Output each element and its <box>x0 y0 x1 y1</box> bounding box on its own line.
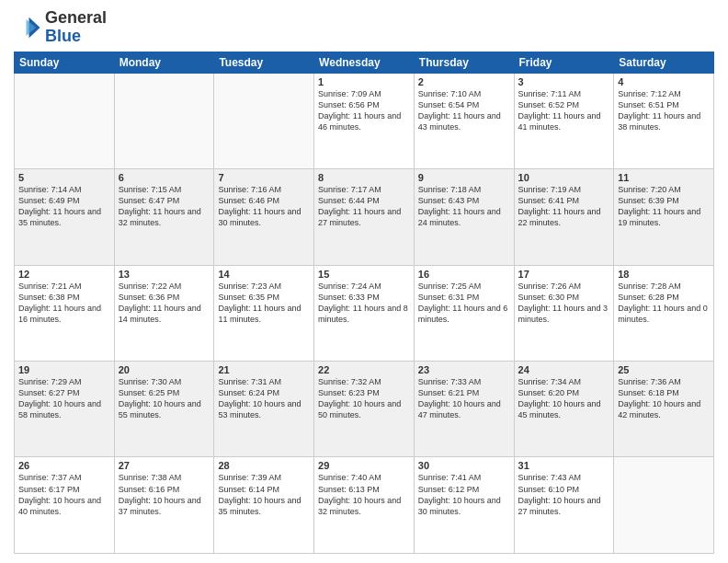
day-header-tuesday: Tuesday <box>214 52 314 73</box>
cell-info: Sunrise: 7:12 AM Sunset: 6:51 PM Dayligh… <box>618 88 710 133</box>
day-number: 23 <box>418 364 510 375</box>
day-number: 3 <box>518 76 610 87</box>
day-number: 18 <box>618 269 710 280</box>
page: General Blue SundayMondayTuesdayWednesda… <box>0 0 728 563</box>
calendar-cell: 3Sunrise: 7:11 AM Sunset: 6:52 PM Daylig… <box>514 73 614 168</box>
calendar-cell: 15Sunrise: 7:24 AM Sunset: 6:33 PM Dayli… <box>314 265 415 361</box>
day-number: 10 <box>518 172 610 183</box>
cell-info: Sunrise: 7:25 AM Sunset: 6:31 PM Dayligh… <box>418 281 510 326</box>
day-number: 16 <box>418 269 510 280</box>
day-number: 4 <box>618 76 710 87</box>
calendar-cell: 30Sunrise: 7:41 AM Sunset: 6:12 PM Dayli… <box>414 457 514 554</box>
cell-info: Sunrise: 7:18 AM Sunset: 6:43 PM Dayligh… <box>418 184 510 229</box>
day-header-monday: Monday <box>114 52 214 73</box>
calendar-week-2: 5Sunrise: 7:14 AM Sunset: 6:49 PM Daylig… <box>15 169 714 265</box>
cell-info: Sunrise: 7:16 AM Sunset: 6:46 PM Dayligh… <box>218 184 310 229</box>
calendar-cell: 5Sunrise: 7:14 AM Sunset: 6:49 PM Daylig… <box>15 169 115 265</box>
cell-info: Sunrise: 7:23 AM Sunset: 6:35 PM Dayligh… <box>218 281 310 326</box>
cell-info: Sunrise: 7:39 AM Sunset: 6:14 PM Dayligh… <box>218 472 310 517</box>
calendar-week-4: 19Sunrise: 7:29 AM Sunset: 6:27 PM Dayli… <box>15 362 714 457</box>
day-number: 17 <box>518 269 610 280</box>
cell-info: Sunrise: 7:21 AM Sunset: 6:38 PM Dayligh… <box>18 281 110 326</box>
calendar-cell: 28Sunrise: 7:39 AM Sunset: 6:14 PM Dayli… <box>214 457 314 554</box>
day-number: 15 <box>318 269 410 280</box>
cell-info: Sunrise: 7:36 AM Sunset: 6:18 PM Dayligh… <box>618 376 710 421</box>
cell-info: Sunrise: 7:17 AM Sunset: 6:44 PM Dayligh… <box>318 184 410 229</box>
calendar-cell: 26Sunrise: 7:37 AM Sunset: 6:17 PM Dayli… <box>15 457 115 554</box>
day-header-saturday: Saturday <box>614 52 714 73</box>
cell-info: Sunrise: 7:41 AM Sunset: 6:12 PM Dayligh… <box>418 472 510 517</box>
cell-info: Sunrise: 7:34 AM Sunset: 6:20 PM Dayligh… <box>518 376 610 421</box>
calendar-cell: 1Sunrise: 7:09 AM Sunset: 6:56 PM Daylig… <box>314 73 415 168</box>
calendar-cell: 9Sunrise: 7:18 AM Sunset: 6:43 PM Daylig… <box>414 169 514 265</box>
day-number: 20 <box>119 364 210 375</box>
calendar-cell: 18Sunrise: 7:28 AM Sunset: 6:28 PM Dayli… <box>614 265 714 361</box>
day-header-thursday: Thursday <box>414 52 514 73</box>
calendar-cell: 11Sunrise: 7:20 AM Sunset: 6:39 PM Dayli… <box>614 169 714 265</box>
day-number: 28 <box>218 460 310 471</box>
day-number: 9 <box>418 172 510 183</box>
cell-info: Sunrise: 7:09 AM Sunset: 6:56 PM Dayligh… <box>318 88 410 133</box>
cell-info: Sunrise: 7:28 AM Sunset: 6:28 PM Dayligh… <box>618 281 710 326</box>
calendar-week-1: 1Sunrise: 7:09 AM Sunset: 6:56 PM Daylig… <box>15 73 714 168</box>
calendar-cell: 23Sunrise: 7:33 AM Sunset: 6:21 PM Dayli… <box>414 362 514 457</box>
cell-info: Sunrise: 7:26 AM Sunset: 6:30 PM Dayligh… <box>518 281 610 326</box>
calendar-week-3: 12Sunrise: 7:21 AM Sunset: 6:38 PM Dayli… <box>15 265 714 361</box>
day-number: 2 <box>418 76 510 87</box>
calendar-cell <box>214 73 314 168</box>
calendar-cell: 29Sunrise: 7:40 AM Sunset: 6:13 PM Dayli… <box>314 457 415 554</box>
calendar-table: SundayMondayTuesdayWednesdayThursdayFrid… <box>14 52 714 554</box>
cell-info: Sunrise: 7:20 AM Sunset: 6:39 PM Dayligh… <box>618 184 710 229</box>
calendar-cell: 13Sunrise: 7:22 AM Sunset: 6:36 PM Dayli… <box>114 265 214 361</box>
day-number: 25 <box>618 364 710 375</box>
cell-info: Sunrise: 7:33 AM Sunset: 6:21 PM Dayligh… <box>418 376 510 421</box>
calendar-cell <box>114 73 214 168</box>
calendar-cell: 25Sunrise: 7:36 AM Sunset: 6:18 PM Dayli… <box>614 362 714 457</box>
calendar-cell: 4Sunrise: 7:12 AM Sunset: 6:51 PM Daylig… <box>614 73 714 168</box>
day-number: 7 <box>218 172 310 183</box>
calendar-cell: 10Sunrise: 7:19 AM Sunset: 6:41 PM Dayli… <box>514 169 614 265</box>
logo-icon <box>14 14 41 41</box>
day-header-friday: Friday <box>514 52 614 73</box>
calendar-cell: 12Sunrise: 7:21 AM Sunset: 6:38 PM Dayli… <box>15 265 115 361</box>
day-number: 24 <box>518 364 610 375</box>
day-number: 14 <box>218 269 310 280</box>
calendar-cell: 19Sunrise: 7:29 AM Sunset: 6:27 PM Dayli… <box>15 362 115 457</box>
calendar-cell: 8Sunrise: 7:17 AM Sunset: 6:44 PM Daylig… <box>314 169 415 265</box>
calendar-cell: 24Sunrise: 7:34 AM Sunset: 6:20 PM Dayli… <box>514 362 614 457</box>
day-number: 5 <box>18 172 110 183</box>
cell-info: Sunrise: 7:43 AM Sunset: 6:10 PM Dayligh… <box>518 472 610 517</box>
day-number: 31 <box>518 460 610 471</box>
logo: General Blue <box>14 9 107 46</box>
cell-info: Sunrise: 7:10 AM Sunset: 6:54 PM Dayligh… <box>418 88 510 133</box>
cell-info: Sunrise: 7:14 AM Sunset: 6:49 PM Dayligh… <box>18 184 110 229</box>
calendar-cell <box>614 457 714 554</box>
cell-info: Sunrise: 7:22 AM Sunset: 6:36 PM Dayligh… <box>119 281 210 326</box>
calendar-week-5: 26Sunrise: 7:37 AM Sunset: 6:17 PM Dayli… <box>15 457 714 554</box>
header: General Blue <box>14 9 714 46</box>
calendar-cell: 16Sunrise: 7:25 AM Sunset: 6:31 PM Dayli… <box>414 265 514 361</box>
day-number: 22 <box>318 364 410 375</box>
day-number: 21 <box>218 364 310 375</box>
cell-info: Sunrise: 7:19 AM Sunset: 6:41 PM Dayligh… <box>518 184 610 229</box>
day-header-sunday: Sunday <box>15 52 115 73</box>
day-number: 29 <box>318 460 410 471</box>
calendar-cell: 20Sunrise: 7:30 AM Sunset: 6:25 PM Dayli… <box>114 362 214 457</box>
cell-info: Sunrise: 7:11 AM Sunset: 6:52 PM Dayligh… <box>518 88 610 133</box>
cell-info: Sunrise: 7:37 AM Sunset: 6:17 PM Dayligh… <box>18 472 110 517</box>
cell-info: Sunrise: 7:24 AM Sunset: 6:33 PM Dayligh… <box>318 281 410 326</box>
day-header-wednesday: Wednesday <box>314 52 415 73</box>
cell-info: Sunrise: 7:30 AM Sunset: 6:25 PM Dayligh… <box>119 376 210 421</box>
cell-info: Sunrise: 7:15 AM Sunset: 6:47 PM Dayligh… <box>119 184 210 229</box>
day-number: 30 <box>418 460 510 471</box>
day-number: 27 <box>119 460 210 471</box>
calendar-header-row: SundayMondayTuesdayWednesdayThursdayFrid… <box>15 52 714 73</box>
calendar-cell: 6Sunrise: 7:15 AM Sunset: 6:47 PM Daylig… <box>114 169 214 265</box>
cell-info: Sunrise: 7:32 AM Sunset: 6:23 PM Dayligh… <box>318 376 410 421</box>
day-number: 11 <box>618 172 710 183</box>
calendar-cell: 14Sunrise: 7:23 AM Sunset: 6:35 PM Dayli… <box>214 265 314 361</box>
calendar-cell: 21Sunrise: 7:31 AM Sunset: 6:24 PM Dayli… <box>214 362 314 457</box>
cell-info: Sunrise: 7:40 AM Sunset: 6:13 PM Dayligh… <box>318 472 410 517</box>
calendar-cell: 2Sunrise: 7:10 AM Sunset: 6:54 PM Daylig… <box>414 73 514 168</box>
day-number: 26 <box>18 460 110 471</box>
